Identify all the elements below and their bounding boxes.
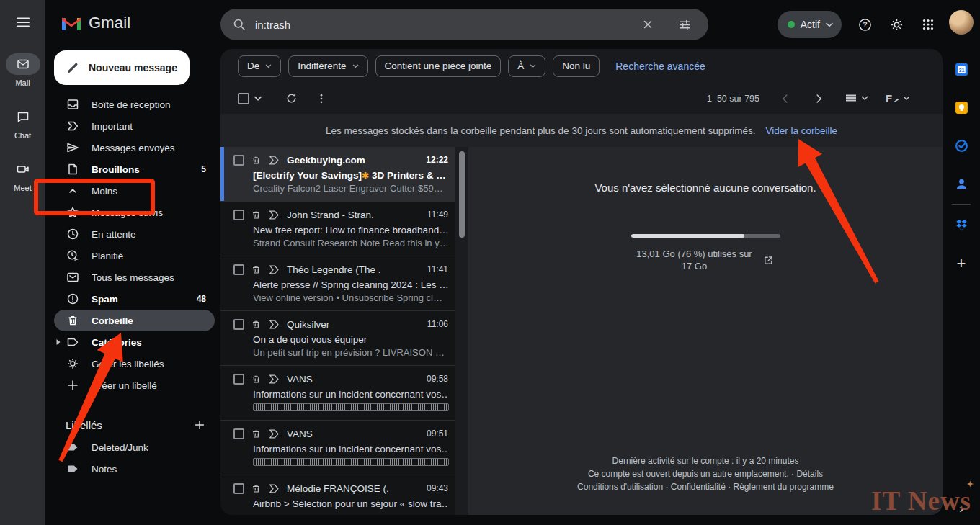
spam-icon bbox=[66, 292, 80, 306]
dropbox-icon bbox=[954, 217, 969, 233]
email-sender: VANS bbox=[287, 374, 420, 385]
important-marker-icon[interactable] bbox=[268, 210, 280, 220]
rail-item-chat[interactable]: Chat bbox=[6, 106, 40, 140]
apps-grid-button[interactable] bbox=[914, 10, 943, 39]
filter-chip-unread[interactable]: Non lu bbox=[553, 55, 600, 77]
keep-panel-button[interactable] bbox=[948, 94, 974, 120]
search-input[interactable] bbox=[255, 19, 625, 31]
search-options-button[interactable] bbox=[671, 10, 700, 39]
chip-label: À bbox=[517, 60, 524, 71]
hide-side-panel-button[interactable]: › bbox=[959, 502, 963, 516]
email-checkbox[interactable] bbox=[233, 483, 244, 494]
email-row[interactable]: VANS 09:58 Informations sur un incident … bbox=[220, 366, 455, 421]
gmail-logo[interactable]: Gmail bbox=[45, 0, 220, 46]
sidebar-item-starred[interactable]: Messages suivis bbox=[54, 202, 215, 223]
filter-chip-any[interactable]: Indifférente bbox=[288, 55, 368, 77]
label-item-notes[interactable]: Notes bbox=[54, 458, 215, 480]
important-marker-icon[interactable] bbox=[268, 483, 280, 494]
email-row[interactable]: Théo Legendre (The . 11:41 Alerte presse… bbox=[220, 256, 455, 311]
email-checkbox[interactable] bbox=[233, 374, 244, 385]
sidebar-item-create-label[interactable]: Créer un libellé bbox=[54, 374, 215, 396]
filter-chip-from[interactable]: De bbox=[238, 55, 281, 77]
sidebar-item-manage-labels[interactable]: Gérer les libellés bbox=[54, 353, 215, 374]
rail-item-meet[interactable]: Meet bbox=[6, 158, 40, 192]
sidebar-item-inbox[interactable]: Boîte de réception bbox=[54, 94, 215, 115]
important-marker-icon[interactable] bbox=[268, 264, 280, 275]
compose-label: Nouveau message bbox=[89, 62, 177, 73]
list-scrollbar[interactable] bbox=[455, 147, 468, 515]
select-all-checkbox[interactable] bbox=[238, 93, 249, 104]
search-bar[interactable] bbox=[220, 9, 708, 40]
main-menu-button[interactable] bbox=[6, 6, 40, 39]
spam-count: 48 bbox=[197, 294, 206, 304]
dropbox-panel-button[interactable] bbox=[948, 212, 974, 238]
sidebar-item-label: Planifié bbox=[92, 251, 206, 261]
important-marker-icon[interactable] bbox=[268, 155, 280, 166]
rail-label-chat: Chat bbox=[14, 131, 31, 140]
contacts-panel-button[interactable] bbox=[948, 171, 974, 197]
sidebar-item-scheduled[interactable]: Planifié bbox=[54, 245, 215, 266]
email-row[interactable]: John Strand - Stran. 11:49 New free repo… bbox=[220, 202, 455, 256]
sidebar-item-snoozed[interactable]: En attente bbox=[54, 223, 215, 245]
sidebar-item-drafts[interactable]: Brouillons 5 bbox=[54, 158, 215, 180]
compose-button[interactable]: Nouveau message bbox=[54, 50, 190, 85]
trash-icon bbox=[251, 210, 262, 220]
settings-button[interactable] bbox=[882, 10, 911, 39]
email-checkbox[interactable] bbox=[233, 210, 244, 220]
email-row[interactable]: Mélodie FRANÇOISE (. 09:43 Airbnb > Séle… bbox=[220, 475, 455, 515]
open-elsewhere-text[interactable]: Ce compte est ouvert depuis un autre emp… bbox=[577, 467, 834, 480]
sidebar-item-sent[interactable]: Messages envoyés bbox=[54, 137, 215, 158]
sidebar-item-trash[interactable]: Corbeille bbox=[54, 310, 215, 331]
avatar[interactable] bbox=[949, 10, 974, 35]
filter-chip-attachment[interactable]: Contient une pièce jointe bbox=[375, 55, 502, 77]
chat-pill bbox=[6, 106, 40, 127]
split-pane-button[interactable] bbox=[837, 84, 875, 113]
legal-links-text[interactable]: Conditions d'utilisation · Confidentiali… bbox=[577, 480, 834, 493]
email-row[interactable]: VANS 09:51 Informations sur un incident … bbox=[220, 421, 455, 475]
expand-arrow-icon[interactable] bbox=[55, 338, 61, 346]
select-dropdown-icon[interactable] bbox=[254, 96, 262, 102]
email-time: 09:58 bbox=[427, 374, 448, 384]
get-addons-button[interactable]: + bbox=[948, 251, 974, 277]
email-subject: On a de quoi vous équiper bbox=[253, 334, 448, 345]
email-checkbox[interactable] bbox=[233, 155, 244, 166]
important-marker-icon[interactable] bbox=[268, 428, 280, 439]
gear-icon bbox=[66, 356, 80, 371]
help-button[interactable]: ? bbox=[850, 10, 879, 39]
sidebar-item-less[interactable]: Moins bbox=[54, 180, 215, 202]
refresh-button[interactable] bbox=[277, 84, 306, 113]
contacts-icon bbox=[954, 176, 969, 192]
search-icon[interactable] bbox=[232, 17, 246, 32]
sidebar-item-important[interactable]: Important bbox=[54, 115, 215, 137]
more-options-button[interactable] bbox=[307, 84, 336, 113]
input-tools-button[interactable]: F bbox=[879, 84, 917, 113]
tasks-panel-button[interactable] bbox=[948, 133, 974, 158]
email-checkbox[interactable] bbox=[233, 319, 244, 330]
sidebar-item-categories[interactable]: Catégories bbox=[54, 331, 215, 353]
sidebar-item-spam[interactable]: Spam 48 bbox=[54, 288, 215, 310]
filter-chip-to[interactable]: À bbox=[508, 55, 545, 77]
email-row[interactable]: Geekbuying.com 12:22 [Electrify Your Sav… bbox=[220, 147, 455, 202]
sidebar-item-label: Tous les messages bbox=[92, 272, 206, 283]
pencil-icon bbox=[66, 60, 80, 75]
email-checkbox[interactable] bbox=[233, 428, 244, 439]
important-marker-icon[interactable] bbox=[268, 374, 280, 385]
scrollbar-thumb[interactable] bbox=[459, 151, 465, 238]
sidebar-item-all-mail[interactable]: Tous les messages bbox=[54, 266, 215, 288]
important-marker-icon[interactable] bbox=[268, 319, 280, 330]
label-item-deleted-junk[interactable]: Deleted/Junk bbox=[54, 436, 215, 458]
account-footer: Dernière activité sur le compte : il y a… bbox=[577, 454, 834, 493]
clear-search-button[interactable] bbox=[633, 10, 662, 39]
label-icon bbox=[66, 335, 80, 349]
add-label-icon[interactable] bbox=[193, 418, 206, 431]
older-page-button[interactable] bbox=[804, 84, 833, 113]
advanced-search-link[interactable]: Recherche avancée bbox=[615, 60, 705, 72]
calendar-panel-button[interactable]: 31 bbox=[948, 56, 974, 82]
rail-item-mail[interactable]: Mail bbox=[6, 53, 40, 87]
status-selector[interactable]: Actif bbox=[778, 11, 842, 38]
empty-trash-link[interactable]: Vider la corbeille bbox=[766, 125, 838, 136]
newer-page-button[interactable] bbox=[771, 84, 800, 113]
email-checkbox[interactable] bbox=[233, 264, 244, 275]
open-storage-icon[interactable] bbox=[762, 254, 775, 266]
email-row[interactable]: Quiksilver 11:06 On a de quoi vous équip… bbox=[220, 311, 455, 366]
